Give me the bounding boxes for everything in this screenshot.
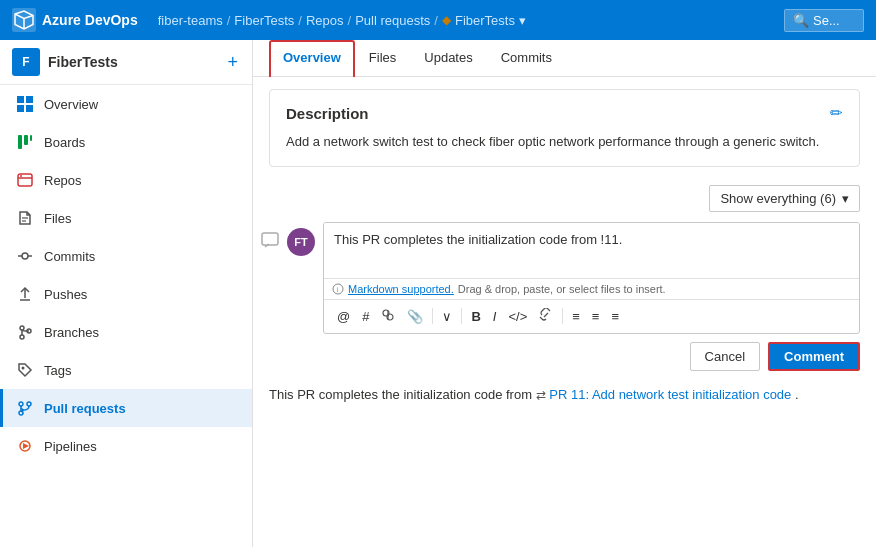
svg-rect-1 [17,96,24,103]
project-name: FiberTests [48,54,217,70]
comment-button[interactable]: Comment [768,342,860,371]
toolbar-italic[interactable]: I [488,306,502,327]
bc-sep3: / [348,13,352,28]
sidebar-project: F FiberTests + [0,40,252,85]
sidebar-item-boards[interactable]: Boards [0,123,252,161]
pr-link[interactable]: PR 11: Add network test initialization c… [549,387,791,402]
tab-overview[interactable]: Overview [269,40,355,77]
toolbar-hyperlink[interactable] [534,305,558,328]
sidebar-item-label: Files [44,211,71,226]
svg-rect-6 [24,135,28,145]
sidebar-item-pipelines[interactable]: Pipelines [0,427,252,465]
bc-pr[interactable]: Pull requests [355,13,430,28]
tab-files-label: Files [369,50,396,65]
pr-link-suffix: . [795,387,799,402]
show-everything-button[interactable]: Show everything (6) ▾ [709,185,860,212]
markdown-link[interactable]: Markdown supported. [348,283,454,295]
toolbar-hash[interactable]: # [357,306,374,327]
bc-sep4: / [434,13,438,28]
comment-textarea[interactable]: This PR completes the initialization cod… [324,223,859,275]
svg-point-10 [20,175,22,177]
svg-point-22 [19,402,23,406]
toolbar-code[interactable]: </> [503,306,532,327]
toolbar-link-work[interactable] [376,305,400,328]
app-name: Azure DevOps [42,12,138,28]
branches-icon [16,323,34,341]
sidebar-item-label: Boards [44,135,85,150]
comment-compose-area: This PR completes the initialization cod… [323,222,860,375]
bc-last[interactable]: ◆ FiberTests ▾ [442,13,526,28]
description-card: Description ✏ Add a network switch test … [269,89,860,167]
sidebar-item-commits[interactable]: Commits [0,237,252,275]
search-box[interactable]: 🔍 Se... [784,9,864,32]
sidebar-item-pull-requests[interactable]: Pull requests [0,389,252,427]
pushes-icon [16,285,34,303]
sidebar-item-repos[interactable]: Repos [0,161,252,199]
drag-drop-text: Drag & drop, paste, or select files to i… [458,283,666,295]
sidebar: F FiberTests + Overview Boards Repos [0,40,253,547]
toolbar-separator3 [562,308,563,324]
app-logo[interactable]: Azure DevOps [12,8,138,32]
tab-commits-label: Commits [501,50,552,65]
bc-fiber-teams[interactable]: fiber-teams [158,13,223,28]
sidebar-item-files[interactable]: Files [0,199,252,237]
commits-icon [16,247,34,265]
comment-toolbar: @ # 📎 ∨ B I </> [324,299,859,333]
bc-repos[interactable]: Repos [306,13,344,28]
toolbar-list-unordered[interactable]: ≡ [587,306,605,327]
toolbar-align[interactable]: ≡ [567,306,585,327]
bc-fibertests1[interactable]: FiberTests [234,13,294,28]
tab-updates[interactable]: Updates [410,40,486,77]
svg-text:i: i [337,286,339,293]
description-header: Description ✏ [286,104,843,122]
description-body: Add a network switch test to check fiber… [286,134,819,149]
sidebar-item-label: Pushes [44,287,87,302]
content-area: Overview Files Updates Commits Descripti… [253,40,876,547]
toolbar-mention[interactable]: @ [332,306,355,327]
tab-overview-label: Overview [283,50,341,65]
search-placeholder: Se... [813,13,840,28]
sidebar-item-label: Repos [44,173,82,188]
toolbar-bold[interactable]: B [466,306,485,327]
toolbar-attach[interactable]: 📎 [402,306,428,327]
toolbar-separator2 [461,308,462,324]
files-icon [16,209,34,227]
svg-point-21 [22,367,25,370]
sidebar-item-label: Commits [44,249,95,264]
boards-icon [16,133,34,151]
svg-rect-2 [26,96,33,103]
sidebar-item-pushes[interactable]: Pushes [0,275,252,313]
show-everything-label: Show everything (6) [720,191,836,206]
top-navigation: Azure DevOps fiber-teams / FiberTests / … [0,0,876,40]
bc-sep1: / [227,13,231,28]
description-title: Description [286,105,369,122]
pr-link-prefix: This PR completes the initialization cod… [269,387,536,402]
comment-section: FT This PR completes the initialization … [253,218,876,379]
toolbar-list-ordered[interactable]: ≡ [606,306,624,327]
sidebar-item-branches[interactable]: Branches [0,313,252,351]
main-layout: F FiberTests + Overview Boards Repos [0,40,876,547]
markdown-hint: i Markdown supported. Drag & drop, paste… [324,278,859,299]
svg-rect-5 [18,135,22,149]
show-everything-row: Show everything (6) ▾ [253,179,876,218]
sidebar-item-overview[interactable]: Overview [0,85,252,123]
edit-icon[interactable]: ✏ [830,104,843,122]
action-row: Cancel Comment [323,334,860,375]
tab-commits[interactable]: Commits [487,40,566,77]
cancel-button[interactable]: Cancel [690,342,760,371]
pull-requests-icon [16,399,34,417]
svg-rect-3 [17,105,24,112]
search-icon: 🔍 [793,13,809,28]
svg-point-18 [20,335,24,339]
tabs-bar: Overview Files Updates Commits [253,40,876,77]
add-project-button[interactable]: + [225,50,240,75]
bc-sep2: / [298,13,302,28]
toolbar-style[interactable]: ∨ [437,306,457,327]
pr-link-row: This PR completes the initialization cod… [253,379,876,417]
description-text: Add a network switch test to check fiber… [286,132,843,152]
svg-rect-4 [26,105,33,112]
sidebar-item-tags[interactable]: Tags [0,351,252,389]
tab-files[interactable]: Files [355,40,410,77]
svg-rect-28 [262,233,278,245]
avatar-initials: FT [294,236,307,248]
